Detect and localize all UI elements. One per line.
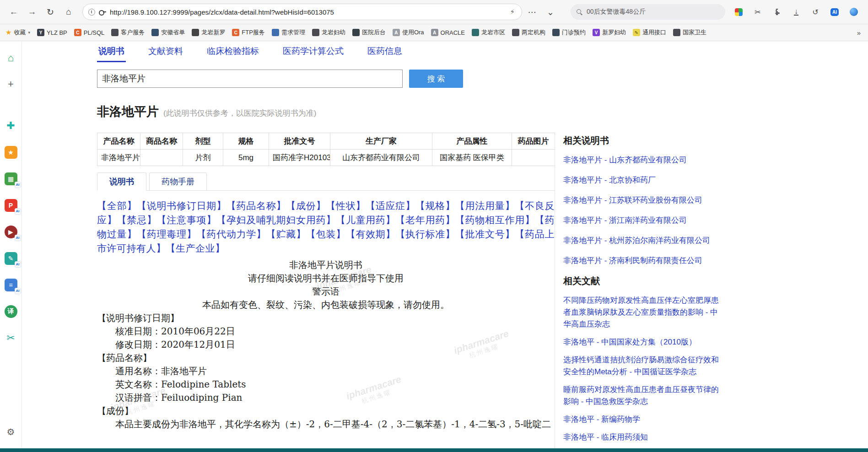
anchor-link[interactable]: 【包装】	[306, 229, 346, 240]
bookmark-item[interactable]: 医院后台	[352, 28, 386, 37]
site-info-icon[interactable]	[88, 9, 95, 16]
more-actions-icon[interactable]: ⋯	[524, 4, 540, 20]
related-literature-link[interactable]: 选择性钙通道拮抗剂治疗肠易激综合征疗效和安全性的Meta分析 - 中国循证医学杂…	[563, 354, 724, 378]
bookmark-item[interactable]: ✎通用接口	[633, 28, 666, 37]
page-tab[interactable]: 医药信息	[366, 43, 404, 62]
forward-button[interactable]: →	[24, 4, 40, 20]
quick-action-icon[interactable]: ⚡	[508, 8, 516, 16]
bookmark-item[interactable]: 龙岩妇幼	[312, 28, 345, 37]
bookmark-item[interactable]: 门诊预约	[552, 28, 586, 37]
page: 说明书文献资料临床检验指标医药学计算公式医药信息 搜 索 非洛地平片 (此说明书…	[22, 41, 868, 448]
anchor-link[interactable]: 【说明书修订日期】	[137, 200, 226, 211]
scissors-icon[interactable]: ✂	[751, 5, 765, 19]
anchor-link[interactable]: 【生产企业】	[166, 243, 225, 254]
related-manual-link[interactable]: 非洛地平片 - 济南利民制药有限责任公司	[563, 255, 724, 267]
bookmarks-items: ★收藏▾YYLZ BPCPL/SQL客户服务安徽省单龙岩新罗CFTP服务需求管理…	[5, 28, 706, 37]
sidebar-app-scissors[interactable]: ✂	[4, 331, 18, 345]
anchor-link[interactable]: 【批准文号】	[455, 229, 515, 240]
download-icon[interactable]: ↓	[789, 5, 803, 19]
related-literature-link[interactable]: 不同降压药物对原发性高血压伴左心室肥厚患者血浆脑钠尿肽及左心室质量指数的影响 -…	[563, 295, 724, 330]
bookmark-item[interactable]: 国家卫生	[673, 28, 706, 37]
sidebar-app-clover[interactable]: ✚	[4, 119, 18, 133]
related-literature-link[interactable]: 非洛地平 - 中国国家处方集（2010版）	[563, 336, 724, 348]
bookmark-item[interactable]: 龙岩新罗	[192, 28, 225, 37]
anchor-link[interactable]: 【性状】	[326, 200, 366, 211]
anchor-link[interactable]: 【禁忌】	[117, 215, 157, 226]
anchor-link[interactable]: 【药品名称】	[226, 200, 286, 211]
anchor-link[interactable]: 【有效期】	[346, 229, 396, 240]
related-literature-link[interactable]: 非洛地平 - 临床用药须知	[563, 431, 724, 443]
bookmark-label: YLZ BP	[47, 29, 67, 36]
subtab[interactable]: 说明书	[97, 172, 146, 191]
back-button[interactable]: ←	[5, 4, 22, 20]
bookmark-item[interactable]: 龙岩市区	[472, 28, 505, 37]
sidebar-app-video[interactable]: ▶AI	[4, 225, 18, 239]
anchor-link[interactable]: 【规格】	[415, 200, 455, 211]
related-manual-link[interactable]: 非洛地平片 - 浙江南洋药业有限公司	[563, 215, 724, 226]
sidebar-app-star[interactable]: ★	[4, 145, 18, 159]
bookmark-item[interactable]: ★收藏▾	[5, 28, 30, 37]
anchor-link[interactable]: 【儿童用药】	[336, 215, 395, 226]
bookmark-item[interactable]: YYLZ BP	[37, 29, 67, 36]
bookmark-item[interactable]: 安徽省单	[151, 28, 185, 37]
anchor-link[interactable]: 【适应症】	[366, 200, 415, 211]
anchor-link[interactable]: 【老年用药】	[395, 215, 455, 226]
sidebar-new-tab[interactable]: +	[4, 77, 18, 91]
bookmark-item[interactable]: 两定机构	[512, 28, 545, 37]
bookmark-label: 通用接口	[642, 28, 666, 37]
puzzle-extensions-icon[interactable]	[770, 5, 784, 19]
bookmark-label: 客户服务	[121, 28, 145, 37]
page-tab[interactable]: 说明书	[97, 43, 126, 62]
anchor-link[interactable]: 【注意事项】	[156, 215, 216, 226]
home-button[interactable]: ⌂	[60, 4, 77, 20]
related-literature-link[interactable]: 非洛地平 - 新编药物学	[563, 414, 724, 425]
anchor-link[interactable]: 【用法用量】	[455, 200, 515, 211]
anchor-link[interactable]: 【药代动力学】	[196, 229, 266, 240]
related-manual-link[interactable]: 非洛地平片 - 杭州苏泊尔南洋药业有限公司	[563, 235, 724, 247]
bookmark-item[interactable]: 客户服务	[111, 28, 145, 37]
related-manual-link[interactable]: 非洛地平片 - 山东齐都药业有限公司	[563, 154, 724, 166]
bookmark-item[interactable]: A使用Ora	[393, 28, 424, 37]
bookmarks-overflow-icon[interactable]: »	[855, 29, 863, 37]
bookmark-item[interactable]: V新罗妇幼	[593, 28, 626, 37]
anchor-link[interactable]: 【贮藏】	[266, 229, 306, 240]
anchor-link[interactable]: 【成份】	[286, 200, 326, 211]
search-button[interactable]: 搜 索	[409, 70, 463, 88]
anchor-link[interactable]: 【药物相互作用】	[455, 215, 535, 226]
sidebar-app-pdf[interactable]: PAI	[4, 199, 18, 212]
undo-history-icon[interactable]: ↺	[809, 5, 822, 19]
settings-gear-icon[interactable]: ⚙	[7, 426, 15, 437]
sidebar-app-doc[interactable]: ≡AI	[4, 278, 18, 292]
anchor-link[interactable]: 【孕妇及哺乳期妇女用药】	[216, 215, 336, 226]
copilot-icon[interactable]	[847, 5, 861, 19]
anchor-link[interactable]: 【全部】	[97, 200, 137, 211]
bookmark-item[interactable]: CPL/SQL	[74, 29, 105, 36]
bookmark-label: 收藏	[14, 28, 26, 37]
extension-grid-icon[interactable]	[732, 5, 745, 19]
page-tab[interactable]: 医药学计算公式	[281, 43, 345, 62]
ai-assistant-icon[interactable]: AI	[828, 5, 841, 19]
doc-line: 英文名称：Felodipine Tablets	[97, 378, 555, 391]
subtab[interactable]: 药物手册	[149, 172, 207, 191]
sidebar-app-image[interactable]: ▦AI	[4, 172, 18, 186]
address-bar[interactable]: http://198.9.100.127:9999/pages/zlcx/dat…	[82, 4, 522, 20]
bookmark-item[interactable]: CFTP服务	[232, 28, 265, 37]
page-tab[interactable]: 文献资料	[147, 43, 184, 62]
reload-button[interactable]: ↻	[42, 4, 59, 20]
related-manual-link[interactable]: 非洛地平片 - 江苏联环药业股份有限公司	[563, 194, 724, 206]
anchor-link[interactable]: 【执行标准】	[395, 229, 455, 240]
bookmark-item[interactable]: 需求管理	[272, 28, 305, 37]
related-literature-link[interactable]: 睡前服药对原发性高血压患者血压昼夜节律的影响 - 中国急救医学杂志	[563, 384, 724, 408]
page-tab[interactable]: 临床检验指标	[205, 43, 260, 62]
anchor-link[interactable]: 【药理毒理】	[137, 229, 196, 240]
sidebar-app-edit[interactable]: ✎AI	[4, 252, 18, 265]
bookmark-favicon-icon: A	[431, 29, 438, 36]
related-manual-link[interactable]: 非洛地平片 - 北京协和药厂	[563, 174, 724, 186]
bookmark-item[interactable]: AORACLE	[431, 29, 465, 36]
sidebar-app-translate[interactable]: 译	[4, 305, 18, 318]
drug-search-input[interactable]	[97, 70, 403, 88]
dropdown-chevron-icon[interactable]: ⌄	[542, 4, 559, 20]
browser-search-box[interactable]: 00后女警缴毒48公斤	[571, 4, 725, 20]
doc-line: 【成份】	[97, 404, 555, 418]
sidebar-home[interactable]: ⌂	[4, 51, 18, 65]
